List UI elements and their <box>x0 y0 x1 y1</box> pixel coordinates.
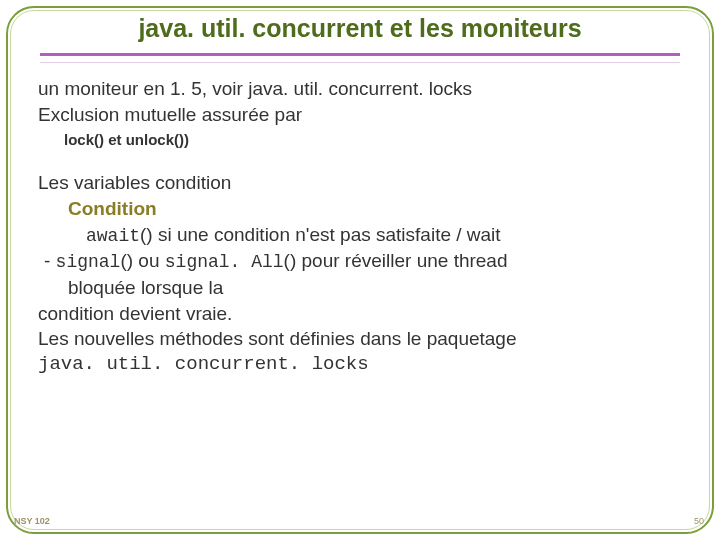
footer-page-number: 50 <box>694 516 704 526</box>
slide-inner-border <box>10 10 710 530</box>
footer-left-label: NSY 102 <box>14 516 50 526</box>
